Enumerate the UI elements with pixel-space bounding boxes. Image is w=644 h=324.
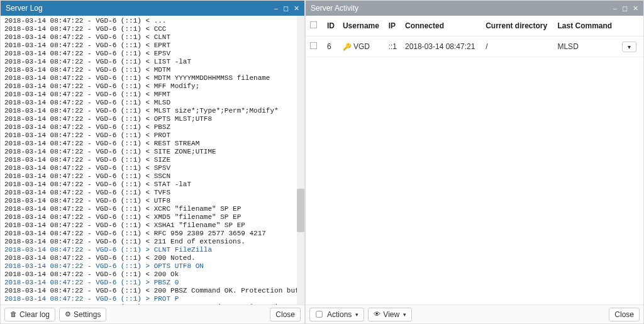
settings-label: Settings bbox=[74, 310, 101, 319]
log-scrollbar[interactable] bbox=[297, 16, 304, 304]
clear-log-button[interactable]: 🗑 Clear log bbox=[4, 308, 55, 321]
log-line: 2018-03-14 08:47:22 - VGD-6 (::1) > PBSZ… bbox=[4, 279, 301, 287]
col-username[interactable]: Username bbox=[339, 16, 385, 36]
clear-log-label: Clear log bbox=[19, 310, 50, 319]
log-line: 2018-03-14 08:47:22 - VGD-6 (::1) < XMD5… bbox=[4, 213, 301, 221]
log-line: 2018-03-14 08:47:22 - VGD-6 (::1) < SPSV bbox=[4, 164, 301, 172]
key-icon: 🔑 bbox=[343, 43, 352, 50]
view-label: View bbox=[383, 310, 399, 319]
log-close-label: Close bbox=[275, 310, 295, 319]
caret-down-icon: ▾ bbox=[355, 311, 358, 318]
minimize-icon[interactable]: – bbox=[613, 4, 617, 13]
log-line: 2018-03-14 08:47:22 - VGD-6 (::1) < RFC … bbox=[4, 230, 301, 238]
server-activity-panel: Server Activity – ◻ ✕ ID Username IP Con… bbox=[305, 0, 644, 324]
col-ip[interactable]: IP bbox=[385, 16, 401, 36]
maximize-icon[interactable]: ◻ bbox=[283, 4, 289, 13]
log-line: 2018-03-14 08:47:22 - VGD-6 (::1) < XCRC… bbox=[4, 205, 301, 213]
maximize-icon[interactable]: ◻ bbox=[622, 4, 628, 13]
row-actions-button[interactable]: ▾ bbox=[622, 42, 636, 52]
log-line: 2018-03-14 08:47:22 - VGD-6 (::1) < MFMT bbox=[4, 91, 301, 99]
log-line: 2018-03-14 08:47:22 - VGD-6 (::1) < CCC bbox=[4, 25, 301, 33]
view-dropdown[interactable]: 👁 View ▾ bbox=[368, 308, 412, 321]
cell-connected: 2018-03-14 08:47:21 bbox=[401, 36, 482, 57]
log-line: 2018-03-14 08:47:22 - VGD-6 (::1) < 200 … bbox=[4, 271, 301, 279]
server-log-titlebar[interactable]: Server Log – ◻ ✕ bbox=[1, 1, 304, 16]
actions-dropdown[interactable]: Actions ▾ bbox=[309, 308, 364, 321]
log-close-button[interactable]: Close bbox=[270, 308, 301, 321]
table-row[interactable]: 6 🔑VGD ::1 2018-03-14 08:47:21 / MLSD ▾ bbox=[306, 36, 643, 57]
log-line: 2018-03-14 08:47:22 - VGD-6 (::1) < SITE… bbox=[4, 148, 301, 156]
log-line: 2018-03-14 08:47:22 - VGD-6 (::1) < MFF … bbox=[4, 82, 301, 91]
caret-down-icon: ▾ bbox=[403, 311, 406, 318]
log-line: 2018-03-14 08:47:22 - VGD-6 (::1) < SSCN bbox=[4, 172, 301, 181]
close-icon[interactable]: ✕ bbox=[633, 4, 638, 13]
log-line: 2018-03-14 08:47:22 - VGD-6 (::1) < 211 … bbox=[4, 238, 301, 246]
log-line: 2018-03-14 08:47:22 - VGD-6 (::1) < MLSD bbox=[4, 99, 301, 107]
server-log-panel: Server Log – ◻ ✕ 2018-03-14 08:47:22 - V… bbox=[0, 0, 305, 324]
log-line: 2018-03-14 08:47:22 - VGD-6 (::1) < CLNT bbox=[4, 33, 301, 42]
actions-label: Actions bbox=[327, 310, 352, 319]
log-line: 2018-03-14 08:47:22 - VGD-6 (::1) < PROT bbox=[4, 131, 301, 140]
log-line: 2018-03-14 08:47:22 - VGD-6 (::1) < REST… bbox=[4, 140, 301, 148]
eye-icon: 👁 bbox=[374, 311, 380, 318]
log-line: 2018-03-14 08:47:22 - VGD-6 (::1) > OPTS… bbox=[4, 262, 301, 271]
actions-checkbox[interactable] bbox=[316, 311, 322, 317]
log-line: 2018-03-14 08:47:22 - VGD-6 (::1) < MDTM… bbox=[4, 74, 301, 82]
cell-lastcmd: MLSD bbox=[553, 36, 618, 57]
log-line: 2018-03-14 08:47:22 - VGD-6 (::1) < 200 … bbox=[4, 303, 301, 304]
log-line: 2018-03-14 08:47:22 - VGD-6 (::1) < 200 … bbox=[4, 287, 301, 295]
log-line: 2018-03-14 08:47:22 - VGD-6 (::1) < LIST… bbox=[4, 58, 301, 66]
log-line: 2018-03-14 08:47:22 - VGD-6 (::1) < MDTM bbox=[4, 66, 301, 74]
col-connected[interactable]: Connected bbox=[401, 16, 482, 36]
close-icon[interactable]: ✕ bbox=[294, 4, 299, 13]
log-output[interactable]: 2018-03-14 08:47:22 - VGD-6 (::1) < ...2… bbox=[1, 16, 304, 304]
log-line: 2018-03-14 08:47:22 - VGD-6 (::1) < XSHA… bbox=[4, 221, 301, 230]
log-line: 2018-03-14 08:47:22 - VGD-6 (::1) < EPRT bbox=[4, 42, 301, 50]
cell-username: 🔑VGD bbox=[339, 36, 385, 57]
log-line: 2018-03-14 08:47:22 - VGD-6 (::1) < TVFS bbox=[4, 189, 301, 197]
log-line: 2018-03-14 08:47:22 - VGD-6 (::1) < MLST… bbox=[4, 107, 301, 115]
activity-table: ID Username IP Connected Current directo… bbox=[306, 16, 643, 57]
server-activity-titlebar[interactable]: Server Activity – ◻ ✕ bbox=[306, 1, 643, 16]
cell-id: 6 bbox=[323, 36, 339, 57]
log-line: 2018-03-14 08:47:22 - VGD-6 (::1) < SIZE bbox=[4, 156, 301, 164]
cell-ip: ::1 bbox=[385, 36, 401, 57]
col-lastcmd[interactable]: Last Command bbox=[553, 16, 618, 36]
col-id[interactable]: ID bbox=[323, 16, 339, 36]
server-log-title: Server Log bbox=[6, 4, 274, 13]
activity-close-label: Close bbox=[614, 310, 634, 319]
log-line: 2018-03-14 08:47:22 - VGD-6 (::1) > CLNT… bbox=[4, 246, 301, 254]
gear-icon: ⚙ bbox=[65, 311, 71, 318]
activity-header-row: ID Username IP Connected Current directo… bbox=[306, 16, 643, 36]
log-line: 2018-03-14 08:47:22 - VGD-6 (::1) < PBSZ bbox=[4, 123, 301, 131]
log-line: 2018-03-14 08:47:22 - VGD-6 (::1) < 200 … bbox=[4, 254, 301, 262]
log-line: 2018-03-14 08:47:22 - VGD-6 (::1) < STAT… bbox=[4, 181, 301, 189]
activity-close-button[interactable]: Close bbox=[609, 308, 640, 321]
trash-icon: 🗑 bbox=[10, 311, 17, 318]
minimize-icon[interactable]: – bbox=[274, 4, 278, 13]
log-line: 2018-03-14 08:47:22 - VGD-6 (::1) < ... bbox=[4, 17, 301, 25]
log-line: 2018-03-14 08:47:22 - VGD-6 (::1) < EPSV bbox=[4, 50, 301, 58]
server-activity-title: Server Activity bbox=[311, 4, 613, 13]
log-line: 2018-03-14 08:47:22 - VGD-6 (::1) < OPTS… bbox=[4, 115, 301, 123]
select-all-checkbox[interactable] bbox=[310, 21, 318, 29]
cell-cwd: / bbox=[482, 36, 553, 57]
col-cwd[interactable]: Current directory bbox=[482, 16, 553, 36]
log-line: 2018-03-14 08:47:22 - VGD-6 (::1) < UTF8 bbox=[4, 197, 301, 205]
log-line: 2018-03-14 08:47:22 - VGD-6 (::1) > PROT… bbox=[4, 295, 301, 303]
settings-button[interactable]: ⚙ Settings bbox=[59, 308, 106, 321]
row-checkbox[interactable] bbox=[310, 42, 318, 50]
